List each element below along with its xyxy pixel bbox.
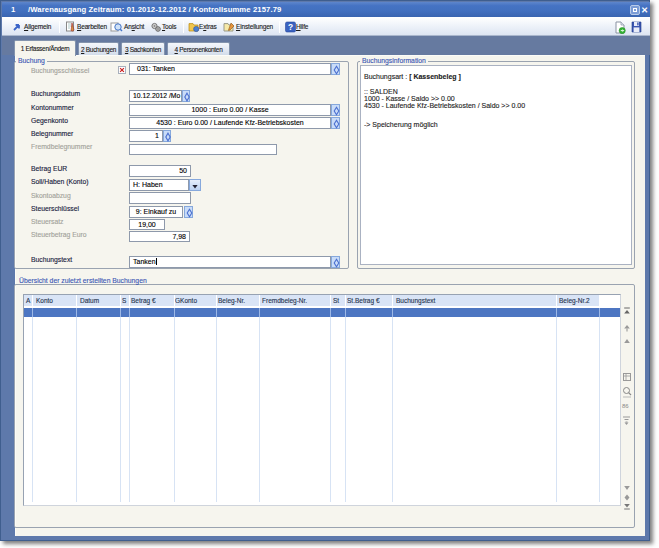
svg-text:?: ? bbox=[288, 22, 293, 32]
